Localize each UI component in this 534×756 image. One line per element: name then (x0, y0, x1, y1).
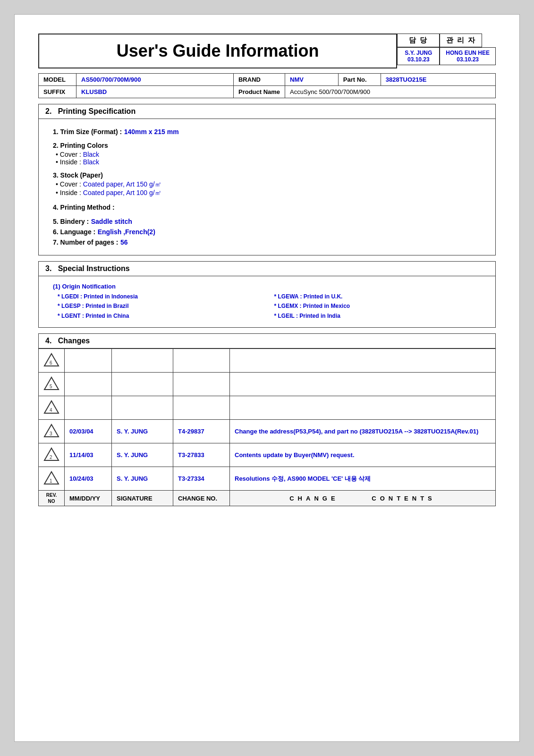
signature-cell: S. Y. JUNG (112, 443, 173, 467)
header-label-left: 담 당 (397, 34, 440, 47)
svg-text:6: 6 (50, 360, 52, 365)
brand-value: NMV (285, 74, 339, 86)
rev-cell: 5 (39, 373, 65, 396)
triangle-icon: 1 (43, 470, 59, 486)
brand-label: BRAND (233, 74, 285, 86)
trim-size-value: 140mm x 215 mm (124, 128, 179, 136)
svg-text:2: 2 (50, 455, 52, 460)
rev-cell: 3 (39, 420, 65, 443)
date-cell (65, 349, 112, 373)
change-no-cell (173, 396, 230, 420)
origin-title: (1) Origin Notification (53, 283, 481, 290)
page-title: User's Guide Information (117, 41, 319, 61)
model-label: MODEL (39, 74, 76, 86)
signature-cell (112, 396, 173, 420)
origin-item-3: * LGENT : Printed in China (58, 311, 265, 321)
header-right: 담 당 관 리 자 S.Y. JUNG 03.10.23 HONG EUN HE… (397, 34, 496, 68)
inside-color-value: Black (83, 158, 99, 166)
contents-cell: Contents update by Buyer(NMV) request. (230, 443, 496, 467)
section3-header: 3. Special Instructions (38, 261, 496, 276)
header-area: User's Guide Information 담 당 관 리 자 S.Y. … (38, 34, 496, 68)
printing-colors-title: 2. Printing Colors (53, 142, 481, 149)
stock-paper-item: 3. Stock (Paper) • Cover : Coated paper,… (53, 171, 481, 197)
date-footer-label: MM/DD/YY (65, 491, 112, 506)
section4-wrapper: 4. Changes 6 (38, 333, 496, 506)
date-cell (65, 396, 112, 420)
section2-header: 2. Printing Specification (38, 104, 496, 119)
header-name-left: S.Y. JUNG 03.10.23 (397, 47, 440, 65)
product-name-value: AccuSync 500/700/700M/900 (285, 86, 496, 98)
inside-stock-value: Coated paper, Art 100 g/㎡ (83, 189, 161, 196)
table-row: 3 02/03/04 S. Y. JUNG T4-29837 Change th… (39, 420, 496, 443)
header-labels-row: 담 당 관 리 자 (397, 34, 496, 47)
inside-color-line: • Inside : Black (56, 158, 481, 166)
date-cell: 10/24/03 (65, 467, 112, 491)
section3-content: (1) Origin Notification * LGEDI : Printe… (38, 276, 496, 328)
change-no-cell: T3-27334 (173, 467, 230, 491)
change-no-cell: T3-27833 (173, 443, 230, 467)
triangle-icon: 3 (43, 423, 59, 439)
printing-method-item: 4. Printing Method : (53, 203, 481, 212)
model-value: AS500/700/700M/900 (76, 74, 234, 86)
table-row: 1 10/24/03 S. Y. JUNG T3-27334 Resolutio… (39, 467, 496, 491)
part-no-label: Part No. (338, 74, 381, 86)
section3-wrapper: 3. Special Instructions (1) Origin Notif… (38, 261, 496, 328)
header-name-right: HONG EUN HEE 03.10.23 (440, 47, 496, 65)
trim-size-item: 1. Trim Size (Format) : 140mm x 215 mm (53, 127, 481, 136)
contents-cell: Change the address(P53,P54), and part no… (230, 420, 496, 443)
model-row: MODEL AS500/700/700M/900 BRAND NMV Part … (39, 74, 496, 86)
triangle-icon: 2 (43, 446, 59, 462)
cover-color-line: • Cover : Black (56, 151, 481, 158)
contents-cell (230, 373, 496, 396)
contents-cell: Resolutions 수정, AS900 MODEL 'CE' 내용 삭제 (230, 467, 496, 491)
header-label-right: 관 리 자 (440, 34, 482, 47)
stock-paper-title: 3. Stock (Paper) (53, 171, 481, 179)
origin-item-5: * LGEMX : Printed in Mexico (274, 301, 482, 311)
change-no-cell: T4-29837 (173, 420, 230, 443)
svg-text:4: 4 (50, 408, 52, 413)
inside-stock-line: • Inside : Coated paper, Art 100 g/㎡ (56, 189, 481, 197)
date-cell: 11/14/03 (65, 443, 112, 467)
date-cell: 02/03/04 (65, 420, 112, 443)
origin-item-2: * LGESP : Printed in Brazil (58, 301, 265, 311)
origin-grid: * LGEDI : Printed in Indonesia * LGEWA :… (58, 292, 481, 321)
table-row: 4 (39, 396, 496, 420)
printing-colors-item: 2. Printing Colors • Cover : Black • Ins… (53, 142, 481, 166)
table-row: 6 (39, 349, 496, 373)
origin-item-6: * LGEIL : Printed in India (274, 311, 482, 321)
cover-stock-line: • Cover : Coated paper, Art 150 g/㎡ (56, 180, 481, 189)
changes-table: 6 5 (38, 348, 496, 506)
change-no-footer-label: CHANGE NO. (173, 491, 230, 506)
section4-header: 4. Changes (38, 333, 496, 348)
section2-content: 1. Trim Size (Format) : 140mm x 215 mm 2… (38, 119, 496, 255)
change-no-cell (173, 349, 230, 373)
triangle-icon: 4 (43, 399, 59, 415)
cover-color-value: Black (83, 151, 99, 158)
changes-footer-row: REV.NO MM/DD/YY SIGNATURE CHANGE NO. CHA… (39, 491, 496, 506)
suffix-row: SUFFIX KLUSBD Product Name AccuSync 500/… (39, 86, 496, 98)
title-box: User's Guide Information (38, 34, 397, 68)
signature-cell (112, 373, 173, 396)
suffix-value: KLUSBD (76, 86, 234, 98)
rev-footer-label: REV.NO (39, 491, 65, 506)
triangle-icon: 6 (43, 352, 59, 368)
signature-cell: S. Y. JUNG (112, 467, 173, 491)
pages-item: 7. Number of pages : 56 (53, 238, 481, 246)
svg-text:1: 1 (50, 478, 52, 484)
page: User's Guide Information 담 당 관 리 자 S.Y. … (14, 14, 520, 742)
signature-cell (112, 349, 173, 373)
contents-cell (230, 396, 496, 420)
cover-stock-value: Coated paper, Art 150 g/㎡ (83, 180, 161, 188)
date-cell (65, 373, 112, 396)
language-item: 6. Language : English ,French(2) (53, 228, 481, 236)
signature-footer-label: SIGNATURE (112, 491, 173, 506)
rev-cell: 4 (39, 396, 65, 420)
rev-cell: 1 (39, 467, 65, 491)
table-row: 2 11/14/03 S. Y. JUNG T3-27833 Contents … (39, 443, 496, 467)
rev-cell: 2 (39, 443, 65, 467)
part-no-value: 3828TUO215E (381, 74, 495, 86)
bindery-value: Saddle stitch (91, 218, 132, 225)
contents-footer-label: CHANGE CONTENTS (230, 491, 496, 506)
svg-text:5: 5 (50, 384, 52, 389)
bindery-item: 5. Bindery : Saddle stitch (53, 217, 481, 226)
